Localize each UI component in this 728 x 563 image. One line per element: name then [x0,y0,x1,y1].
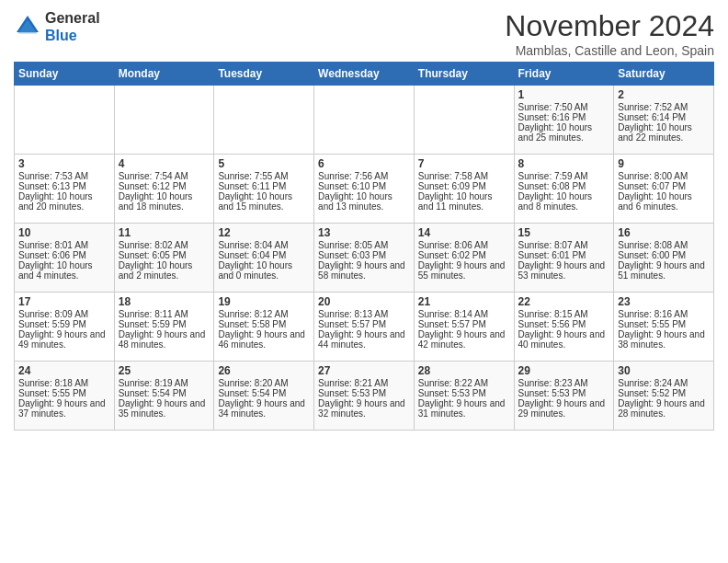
day-info: Daylight: 9 hours and 51 minutes. [618,260,710,281]
calendar-week-row: 3Sunrise: 7:53 AMSunset: 6:13 PMDaylight… [15,155,714,224]
calendar-cell: 30Sunrise: 8:24 AMSunset: 5:52 PMDayligh… [614,362,714,431]
day-info: Sunrise: 7:56 AM [318,171,410,181]
day-number: 27 [318,364,410,377]
day-number: 8 [518,157,610,170]
calendar-week-row: 10Sunrise: 8:01 AMSunset: 6:06 PMDayligh… [15,224,714,293]
day-info: Sunrise: 7:50 AM [518,102,610,112]
day-header-sunday: Sunday [15,63,115,86]
day-info: Sunrise: 8:23 AM [518,378,610,388]
day-number: 14 [418,226,510,239]
day-number: 9 [618,157,710,170]
day-info: Sunrise: 8:21 AM [318,378,410,388]
day-info: Sunrise: 7:52 AM [618,102,710,112]
day-info: Sunset: 5:55 PM [18,388,110,398]
day-info: Sunset: 5:55 PM [618,319,710,329]
day-number: 10 [18,226,110,239]
day-info: Sunrise: 8:20 AM [218,378,310,388]
day-info: Sunrise: 8:00 AM [618,171,710,181]
calendar-week-row: 24Sunrise: 8:18 AMSunset: 5:55 PMDayligh… [15,362,714,431]
day-info: Sunset: 6:09 PM [418,181,510,191]
day-info: Sunrise: 8:19 AM [119,378,210,388]
calendar-cell: 27Sunrise: 8:21 AMSunset: 5:53 PMDayligh… [314,362,415,431]
day-info: Sunrise: 7:54 AM [119,171,210,181]
day-number: 13 [318,226,410,239]
day-info: Daylight: 10 hours and 11 minutes. [418,191,510,212]
calendar-cell: 11Sunrise: 8:02 AMSunset: 6:05 PMDayligh… [114,224,214,293]
day-info: Sunrise: 8:15 AM [518,309,610,319]
day-info: Sunset: 6:14 PM [618,112,710,122]
logo-blue: Blue [45,28,77,43]
day-info: Sunrise: 8:24 AM [618,378,710,388]
day-info: Daylight: 9 hours and 29 minutes. [518,398,610,419]
day-info: Sunset: 6:01 PM [518,250,610,260]
day-info: Sunset: 6:10 PM [318,181,410,191]
day-info: Sunrise: 7:53 AM [18,171,110,181]
calendar-cell: 6Sunrise: 7:56 AMSunset: 6:10 PMDaylight… [314,155,415,224]
day-info: Daylight: 9 hours and 31 minutes. [418,398,510,419]
calendar-cell [15,86,115,155]
day-info: Sunrise: 8:12 AM [218,309,310,319]
day-info: Sunset: 5:57 PM [418,319,510,329]
day-number: 26 [218,364,310,377]
calendar-cell [214,86,314,155]
day-info: Sunrise: 8:14 AM [418,309,510,319]
day-info: Daylight: 9 hours and 44 minutes. [318,329,410,350]
day-number: 24 [18,364,110,377]
day-info: Daylight: 9 hours and 32 minutes. [318,398,410,419]
day-number: 15 [518,226,610,239]
day-info: Sunset: 5:53 PM [318,388,410,398]
day-info: Daylight: 9 hours and 55 minutes. [418,260,510,281]
calendar-cell: 14Sunrise: 8:06 AMSunset: 6:02 PMDayligh… [414,224,514,293]
calendar-cell: 22Sunrise: 8:15 AMSunset: 5:56 PMDayligh… [514,293,614,362]
day-info: Sunrise: 7:58 AM [418,171,510,181]
day-info: Sunset: 5:56 PM [518,319,610,329]
calendar-cell: 23Sunrise: 8:16 AMSunset: 5:55 PMDayligh… [614,293,714,362]
day-header-saturday: Saturday [614,63,714,86]
calendar-cell [114,86,214,155]
calendar-cell: 20Sunrise: 8:13 AMSunset: 5:57 PMDayligh… [314,293,415,362]
calendar-cell [314,86,415,155]
day-info: Daylight: 10 hours and 2 minutes. [119,260,210,281]
day-info: Sunset: 5:53 PM [418,388,510,398]
day-number: 21 [418,295,510,308]
day-number: 20 [318,295,410,308]
day-info: Daylight: 9 hours and 40 minutes. [518,329,610,350]
day-info: Sunset: 5:58 PM [218,319,310,329]
calendar-cell: 15Sunrise: 8:07 AMSunset: 6:01 PMDayligh… [514,224,614,293]
calendar-cell: 28Sunrise: 8:22 AMSunset: 5:53 PMDayligh… [414,362,514,431]
day-number: 11 [119,226,210,239]
day-info: Sunset: 6:07 PM [618,181,710,191]
day-info: Sunset: 5:54 PM [119,388,210,398]
day-info: Sunset: 5:53 PM [518,388,610,398]
logo-general: General [45,10,100,26]
month-title: November 2024 [505,9,714,43]
day-info: Daylight: 10 hours and 25 minutes. [518,122,610,143]
day-number: 12 [218,226,310,239]
calendar-cell: 13Sunrise: 8:05 AMSunset: 6:03 PMDayligh… [314,224,415,293]
day-number: 3 [18,157,110,170]
day-info: Sunset: 6:06 PM [18,250,110,260]
calendar-cell: 8Sunrise: 7:59 AMSunset: 6:08 PMDaylight… [514,155,614,224]
day-number: 29 [518,364,610,377]
day-info: Daylight: 9 hours and 38 minutes. [618,329,710,350]
day-info: Daylight: 10 hours and 22 minutes. [618,122,710,143]
day-header-monday: Monday [114,63,214,86]
day-header-wednesday: Wednesday [314,63,415,86]
day-info: Sunset: 5:59 PM [18,319,110,329]
day-info: Sunset: 5:54 PM [218,388,310,398]
day-number: 16 [618,226,710,239]
calendar-cell: 12Sunrise: 8:04 AMSunset: 6:04 PMDayligh… [214,224,314,293]
day-info: Sunset: 5:59 PM [119,319,210,329]
calendar-cell: 19Sunrise: 8:12 AMSunset: 5:58 PMDayligh… [214,293,314,362]
day-header-friday: Friday [514,63,614,86]
calendar-cell: 25Sunrise: 8:19 AMSunset: 5:54 PMDayligh… [114,362,214,431]
calendar-cell: 29Sunrise: 8:23 AMSunset: 5:53 PMDayligh… [514,362,614,431]
day-info: Sunrise: 8:18 AM [18,378,110,388]
day-info: Sunrise: 8:09 AM [18,309,110,319]
calendar-cell: 10Sunrise: 8:01 AMSunset: 6:06 PMDayligh… [15,224,115,293]
day-info: Sunset: 6:03 PM [318,250,410,260]
day-number: 17 [18,295,110,308]
day-info: Daylight: 10 hours and 13 minutes. [318,191,410,212]
day-info: Sunset: 6:16 PM [518,112,610,122]
day-info: Daylight: 9 hours and 42 minutes. [418,329,510,350]
